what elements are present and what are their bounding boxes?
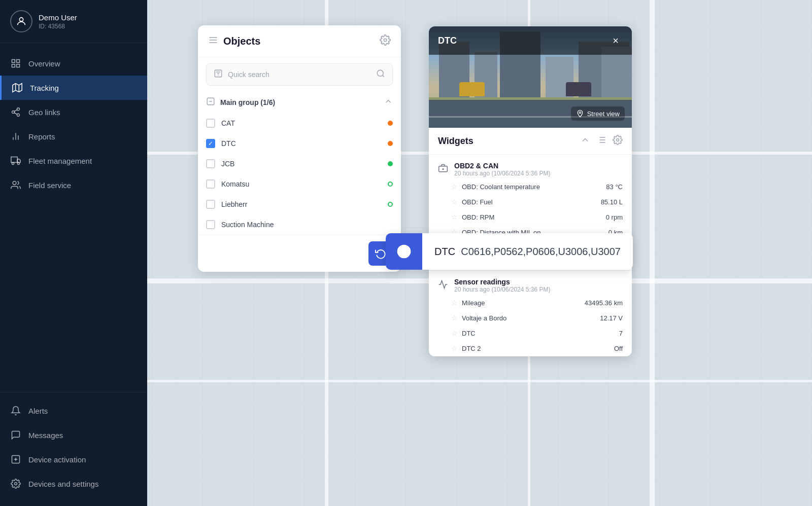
device-checkbox-suction[interactable]	[206, 220, 215, 229]
widget-value: 0 rpm	[606, 213, 623, 221]
widget-label: Mileage	[462, 299, 485, 307]
sidebar-item-alerts[interactable]: Alerts	[0, 399, 147, 423]
dtc-panel-header: DTC ×	[429, 26, 632, 55]
svg-line-34	[382, 75, 384, 77]
svg-point-28	[384, 39, 387, 42]
list-item[interactable]: DTC	[198, 133, 401, 154]
svg-point-20	[13, 182, 16, 185]
svg-point-37	[579, 112, 581, 113]
chevron-up-icon[interactable]	[580, 135, 590, 147]
user-info: Demo User ID: 43568	[39, 13, 77, 30]
sidebar-item-devices-settings[interactable]: Devices and settings	[0, 472, 147, 496]
widget-section-time: 20 hours ago (10/06/2024 5:36 PM)	[454, 170, 550, 177]
device-checkbox-jcb[interactable]	[206, 159, 215, 168]
nav-bottom: Alerts Messages Device activation Device…	[0, 392, 147, 506]
star-icon[interactable]: ☆	[451, 314, 458, 322]
svg-point-0	[19, 18, 23, 21]
svg-point-9	[12, 111, 15, 114]
widget-label: DTC	[462, 330, 476, 337]
widget-section-name: OBD2 & CAN	[454, 162, 550, 170]
widgets-title: Widgets	[438, 136, 473, 147]
sidebar-item-label: Messages	[28, 431, 63, 440]
widget-row: ☆Voltaje a Bordo 12.17 V	[429, 310, 632, 326]
list-item[interactable]: CAT	[198, 113, 401, 133]
sidebar-item-label: Geo links	[28, 108, 60, 117]
sidebar-item-reports[interactable]: Reports	[0, 124, 147, 149]
close-button[interactable]: ×	[608, 33, 623, 48]
sidebar-item-fleet[interactable]: Fleet management	[0, 149, 147, 173]
search-icon	[376, 69, 385, 80]
svg-point-24	[15, 483, 17, 485]
sidebar-item-geo-links[interactable]: Geo links	[0, 100, 147, 124]
star-icon[interactable]: ☆	[451, 299, 458, 307]
group-header: Main group (1/6)	[198, 92, 401, 113]
star-icon[interactable]: ☆	[451, 198, 458, 206]
list-item[interactable]: JCB	[198, 154, 401, 174]
device-checkbox-komatsu[interactable]	[206, 179, 215, 189]
sidebar-item-label: Fleet management	[28, 157, 92, 165]
search-bar[interactable]	[206, 63, 393, 86]
share-icon	[10, 106, 21, 118]
sidebar-item-tracking[interactable]: Tracking	[0, 76, 147, 100]
menu-icon	[208, 35, 218, 48]
svg-rect-3	[12, 64, 15, 67]
chevron-up-icon[interactable]	[384, 97, 393, 108]
group-name: Main group (1/6)	[220, 98, 275, 106]
sensor-icon	[438, 279, 448, 292]
group-left: Main group (1/6)	[206, 97, 275, 108]
dtc-notification[interactable]: DTC C0616,P0562,P0606,U3006,U3007	[386, 233, 633, 270]
list-icon[interactable]	[596, 135, 606, 147]
list-item[interactable]: Liebherr	[198, 194, 401, 214]
widget-row: ☆OBD: Coolant temperature 83 °C	[429, 179, 632, 194]
widget-value: 83 °C	[606, 183, 623, 191]
user-name: Demo User	[39, 13, 77, 22]
star-icon[interactable]: ☆	[451, 344, 458, 352]
list-item[interactable]: Suction Machine	[198, 214, 401, 235]
gear-button[interactable]	[380, 34, 391, 48]
device-checkbox-cat[interactable]	[206, 119, 215, 128]
svg-rect-4	[17, 64, 20, 67]
device-checkbox-liebherr[interactable]	[206, 200, 215, 209]
sidebar-item-label: Device activation	[28, 455, 86, 464]
widget-label: DTC 2	[462, 345, 481, 352]
svg-rect-1	[12, 60, 15, 63]
svg-rect-2	[17, 60, 20, 63]
widget-row: ☆DTC 7	[429, 326, 632, 341]
widget-settings-icon[interactable]	[613, 135, 623, 147]
svg-point-44	[617, 139, 619, 141]
sidebar-item-messages[interactable]: Messages	[0, 423, 147, 447]
star-icon[interactable]: ☆	[451, 213, 458, 221]
sidebar: Demo User ID: 43568 Overview Tracking Ge…	[0, 0, 147, 506]
dtc-codes: C0616,P0562,P0606,U3006,U3007	[461, 246, 621, 257]
widget-label: Voltaje a Bordo	[462, 314, 506, 322]
widgets-header: Widgets	[429, 128, 632, 155]
device-name: Liebherr	[221, 200, 382, 208]
sidebar-item-label: Tracking	[30, 84, 59, 92]
bar-chart-icon	[10, 131, 21, 142]
device-list: CAT DTC JCB Komatsu Liebherr	[198, 113, 401, 235]
star-icon[interactable]: ☆	[451, 183, 458, 191]
sidebar-item-field[interactable]: Field service	[0, 173, 147, 197]
panel-title-text: Objects	[223, 35, 260, 47]
device-name: DTC	[221, 139, 382, 148]
svg-point-19	[17, 162, 19, 164]
sidebar-item-device-activation[interactable]: Device activation	[0, 447, 147, 472]
widget-value: Off	[614, 345, 623, 352]
widget-label: OBD: Coolant temperature	[462, 183, 540, 191]
search-input[interactable]	[228, 70, 371, 79]
filter-icon[interactable]	[214, 69, 223, 80]
widget-row: ☆OBD: RPM 0 rpm	[429, 209, 632, 225]
status-dot	[388, 141, 393, 146]
bell-icon	[10, 405, 21, 416]
star-icon[interactable]: ☆	[451, 329, 458, 337]
sidebar-item-overview[interactable]: Overview	[0, 51, 147, 76]
street-view-label[interactable]: Street view	[571, 106, 625, 121]
list-item[interactable]: Komatsu	[198, 174, 401, 194]
sidebar-item-label: Field service	[28, 181, 71, 190]
device-checkbox-dtc[interactable]	[206, 139, 215, 148]
panel-header: Objects	[198, 25, 401, 57]
street-view-area: DTC × Street view	[429, 26, 632, 128]
widget-section-name: Sensor readings	[454, 278, 550, 286]
widget-value: 85.10 L	[601, 198, 623, 206]
svg-line-11	[14, 113, 17, 114]
